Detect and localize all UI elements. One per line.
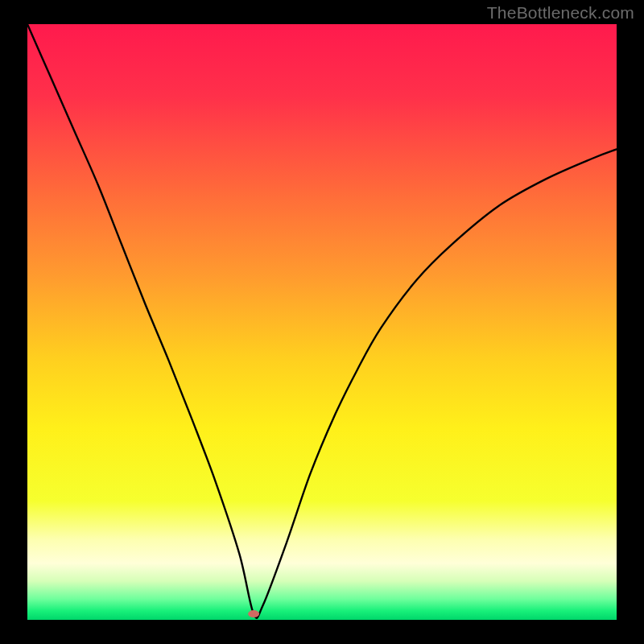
optimum-marker — [248, 610, 259, 617]
plot-background — [27, 24, 617, 620]
watermark-text: TheBottleneck.com — [487, 3, 634, 23]
chart-frame: TheBottleneck.com — [0, 0, 644, 644]
chart-canvas — [0, 0, 644, 644]
